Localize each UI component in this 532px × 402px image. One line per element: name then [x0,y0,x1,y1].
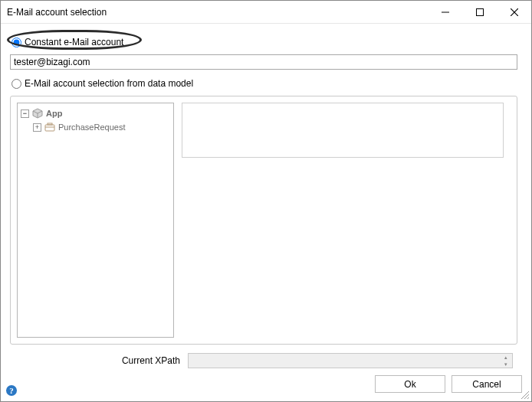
svg-rect-8 [45,125,54,131]
briefcase-icon [44,122,55,132]
maximize-icon [476,8,484,16]
window-title: E-Mail account selection [7,7,428,18]
help-icon[interactable]: ? [5,384,18,397]
tree-node-app[interactable]: − App [21,106,170,120]
radio-constant-label[interactable]: Constant e-Mail account [25,37,123,47]
svg-text:?: ? [9,386,14,395]
xpath-field[interactable]: ▴ ▾ [188,353,513,368]
datamodel-tree[interactable]: − App + PurchaseRequest [17,103,174,338]
tree-node-purchase-request[interactable]: + PurchaseRequest [21,120,170,134]
svg-line-15 [527,397,529,399]
xpath-stepper[interactable]: ▴ ▾ [501,355,511,367]
svg-rect-9 [48,123,52,125]
minimize-button[interactable] [428,1,462,24]
chevron-up-icon[interactable]: ▴ [501,355,511,360]
email-input[interactable] [10,54,517,70]
tree-node-purchase-request-label: PurchaseRequest [58,120,125,134]
cancel-button[interactable]: Cancel [452,375,522,393]
dialog-content: Constant e-Mail account E-Mail account s… [1,24,531,369]
xpath-label: Current XPath [10,355,188,366]
xpath-row: Current XPath ▴ ▾ [10,352,522,369]
close-button[interactable] [497,1,531,24]
tree-expand-icon[interactable]: + [33,123,41,132]
maximize-button[interactable] [462,1,497,24]
tree-node-app-label: App [46,106,62,120]
minimize-icon [442,8,449,16]
radio-constant[interactable] [11,38,21,47]
datamodel-panel: − App + PurchaseRequest [10,96,517,345]
preview-pane [182,103,504,158]
radio-datamodel-label[interactable]: E-Mail account selection from data model [25,78,193,89]
resize-grip[interactable] [519,389,530,400]
chevron-down-icon[interactable]: ▾ [501,361,511,367]
tree-collapse-icon[interactable]: − [21,109,29,118]
titlebar: E-Mail account selection [1,1,531,24]
radio-datamodel[interactable] [11,79,21,89]
radio-constant-row: Constant e-Mail account [10,34,522,50]
cube-icon [32,108,43,119]
radio-datamodel-row: E-Mail account selection from data model [10,76,522,91]
close-icon [511,8,518,16]
button-row: Ok Cancel [1,369,531,393]
svg-rect-1 [476,8,483,15]
ok-button[interactable]: Ok [375,375,445,393]
